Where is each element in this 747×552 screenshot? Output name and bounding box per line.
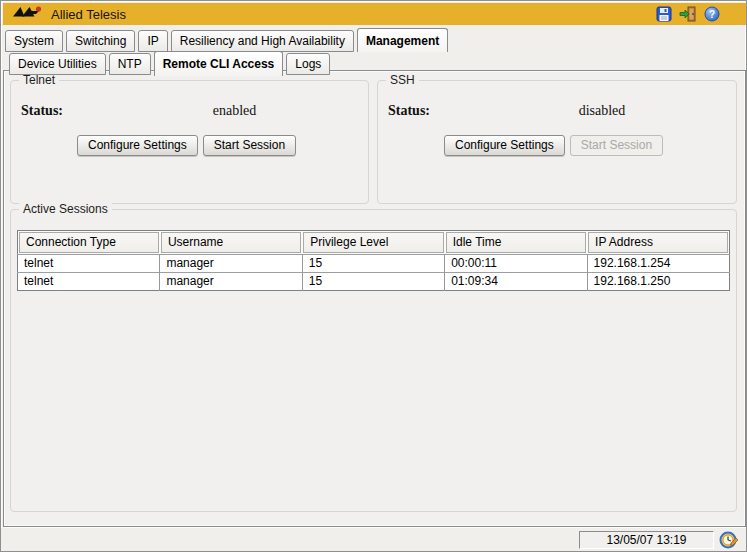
- tab-management[interactable]: Management: [357, 28, 448, 52]
- secondary-tab-strip: Device Utilities NTP Remote CLI Access L…: [9, 51, 333, 75]
- tab-label: Remote CLI Access: [163, 57, 275, 71]
- tab-remote-cli-access[interactable]: Remote CLI Access: [154, 51, 284, 76]
- clock-icon[interactable]: [719, 530, 739, 552]
- allied-telesis-logo-icon: [13, 5, 43, 23]
- ssh-start-session-button: Start Session: [570, 135, 663, 156]
- content-pane: Telnet Status: enabled Configure Setting…: [3, 70, 746, 527]
- column-header-label: Idle Time: [446, 232, 586, 253]
- telnet-groupbox-title: Telnet: [19, 73, 59, 87]
- active-sessions-table: Connection Type Username Privilege Level…: [17, 230, 730, 291]
- telnet-groupbox: Telnet Status: enabled Configure Setting…: [10, 80, 369, 204]
- ssh-status-label: Status:: [388, 103, 468, 119]
- tab-label: Resiliency and High Availability: [180, 34, 345, 48]
- ssh-groupbox-title: SSH: [386, 73, 419, 87]
- table-row[interactable]: telnet manager 15 00:00:11 192.168.1.254: [18, 255, 730, 273]
- datetime-display: 13/05/07 13:19: [579, 531, 714, 549]
- telnet-status-label: Status:: [21, 103, 101, 119]
- tab-label: IP: [147, 34, 158, 48]
- save-icon[interactable]: [656, 6, 672, 22]
- tab-label: Switching: [75, 34, 126, 48]
- column-header-label: Privilege Level: [303, 232, 443, 253]
- window-title: Allied Telesis: [51, 7, 656, 22]
- ssh-groupbox: SSH Status: disabled Configure Settings …: [377, 80, 737, 204]
- status-bar: 13/05/07 13:19: [1, 528, 747, 552]
- tab-ip[interactable]: IP: [138, 30, 167, 52]
- column-header-connection-type[interactable]: Connection Type: [18, 231, 160, 255]
- column-header-label: Connection Type: [19, 232, 159, 253]
- tab-system[interactable]: System: [5, 30, 63, 52]
- column-header-label: IP Address: [588, 232, 728, 253]
- table-row[interactable]: telnet manager 15 01:09:34 192.168.1.250: [18, 273, 730, 291]
- cell-idle-time: 00:00:11: [445, 255, 587, 273]
- tab-ntp[interactable]: NTP: [109, 53, 151, 75]
- primary-tab-strip: System Switching IP Resiliency and High …: [5, 28, 451, 52]
- column-header-ip-address[interactable]: IP Address: [587, 231, 729, 255]
- tab-label: Logs: [295, 57, 321, 71]
- tab-label: System: [14, 34, 54, 48]
- tab-switching[interactable]: Switching: [66, 30, 135, 52]
- tab-label: Device Utilities: [18, 57, 97, 71]
- column-header-privilege-level[interactable]: Privilege Level: [302, 231, 444, 255]
- tab-label: Management: [366, 34, 439, 48]
- cell-privilege-level: 15: [302, 273, 444, 291]
- tab-device-utilities[interactable]: Device Utilities: [9, 53, 106, 75]
- tab-resiliency-and-high-availability[interactable]: Resiliency and High Availability: [171, 30, 354, 52]
- active-sessions-groupbox-title: Active Sessions: [19, 202, 112, 216]
- tab-logs[interactable]: Logs: [286, 53, 330, 75]
- column-header-username[interactable]: Username: [160, 231, 302, 255]
- cell-username: manager: [160, 273, 302, 291]
- logout-door-icon[interactable]: [679, 6, 697, 22]
- ssh-configure-settings-button[interactable]: Configure Settings: [444, 135, 565, 156]
- app-window: { "titlebar": { "title": "Allied Telesis…: [0, 0, 747, 552]
- active-sessions-groupbox: Active Sessions Connection Type Username…: [10, 209, 737, 512]
- telnet-start-session-button[interactable]: Start Session: [203, 135, 296, 156]
- cell-ip-address: 192.168.1.250: [587, 273, 729, 291]
- telnet-configure-settings-button[interactable]: Configure Settings: [77, 135, 198, 156]
- telnet-status-value: enabled: [101, 103, 368, 119]
- help-icon[interactable]: ?: [704, 6, 720, 22]
- cell-connection-type: telnet: [18, 255, 160, 273]
- column-header-idle-time[interactable]: Idle Time: [445, 231, 587, 255]
- column-header-label: Username: [161, 232, 301, 253]
- svg-text:?: ?: [709, 9, 715, 20]
- tab-label: NTP: [118, 57, 142, 71]
- cell-ip-address: 192.168.1.254: [587, 255, 729, 273]
- ssh-status-value: disabled: [468, 103, 736, 119]
- cell-username: manager: [160, 255, 302, 273]
- titlebar: Allied Telesis: [3, 3, 746, 25]
- cell-idle-time: 01:09:34: [445, 273, 587, 291]
- cell-privilege-level: 15: [302, 255, 444, 273]
- cell-connection-type: telnet: [18, 273, 160, 291]
- table-header-row: Connection Type Username Privilege Level…: [18, 231, 730, 255]
